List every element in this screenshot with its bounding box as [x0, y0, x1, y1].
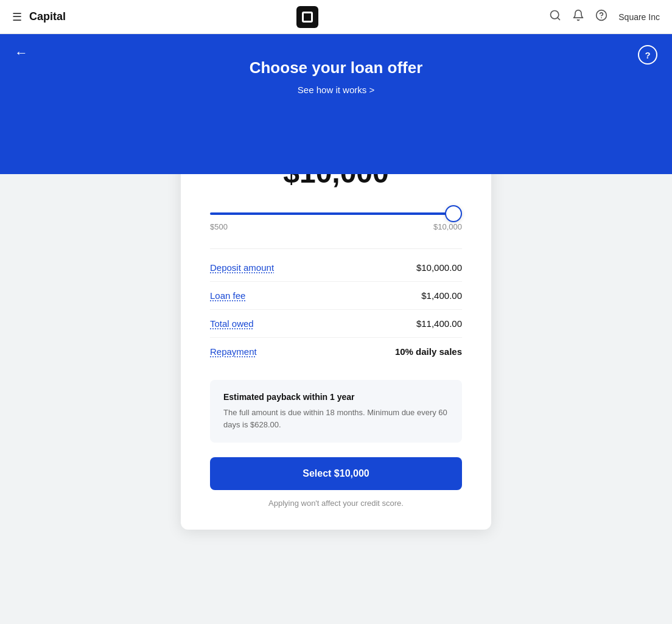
loan-card: $10,000 $500 $10,000 Deposit amount$10,0…: [181, 131, 491, 530]
back-button[interactable]: ←: [15, 45, 28, 61]
slider-max-label: $10,000: [433, 222, 462, 231]
slider-labels: $500 $10,000: [210, 222, 462, 231]
square-logo: [296, 6, 318, 28]
info-row: Repayment10% daily sales: [210, 338, 462, 365]
info-row-value: $10,000.00: [416, 262, 462, 273]
loan-slider[interactable]: [210, 212, 462, 215]
info-row-value: $1,400.00: [421, 290, 462, 301]
info-row-value: 10% daily sales: [395, 346, 462, 357]
bell-icon[interactable]: [572, 9, 584, 24]
loan-slider-container: [210, 206, 462, 217]
select-button[interactable]: Select $10,000: [210, 457, 462, 490]
blue-header: ← ? Choose your loan offer See how it wo…: [0, 34, 672, 174]
info-row-label[interactable]: Repayment: [210, 346, 257, 357]
hamburger-icon[interactable]: ☰: [12, 10, 22, 24]
info-row-label[interactable]: Deposit amount: [210, 262, 274, 273]
payback-box: Estimated payback within 1 year The full…: [210, 380, 462, 443]
payback-desc: The full amount is due within 18 months.…: [223, 407, 449, 430]
nav-center: [296, 6, 318, 28]
info-row: Loan fee$1,400.00: [210, 282, 462, 310]
slider-min-label: $500: [210, 222, 228, 231]
square-logo-inner: [302, 12, 313, 23]
search-icon[interactable]: [549, 9, 561, 24]
nav-right: Square Inc: [549, 9, 660, 24]
payback-title: Estimated payback within 1 year: [223, 392, 449, 402]
help-circle-icon[interactable]: [595, 9, 607, 24]
user-name: Square Inc: [618, 12, 660, 22]
header-help-button[interactable]: ?: [638, 45, 657, 65]
nav-left: ☰ Capital: [12, 10, 66, 24]
top-nav: ☰ Capital Square Inc: [0, 0, 672, 34]
info-rows: Deposit amount$10,000.00Loan fee$1,400.0…: [210, 248, 462, 365]
page-title: Choose your loan offer: [250, 58, 423, 77]
app-title: Capital: [29, 10, 66, 23]
info-row: Total owed$11,400.00: [210, 310, 462, 338]
svg-line-1: [558, 18, 560, 20]
info-row-label[interactable]: Total owed: [210, 318, 254, 329]
info-row: Deposit amount$10,000.00: [210, 254, 462, 282]
info-row-value: $11,400.00: [416, 318, 462, 329]
credit-note: Applying won't affect your credit score.: [210, 499, 462, 508]
see-how-link[interactable]: See how it works >: [298, 85, 374, 95]
card-wrapper: $10,000 $500 $10,000 Deposit amount$10,0…: [0, 131, 672, 554]
info-row-label[interactable]: Loan fee: [210, 290, 245, 301]
